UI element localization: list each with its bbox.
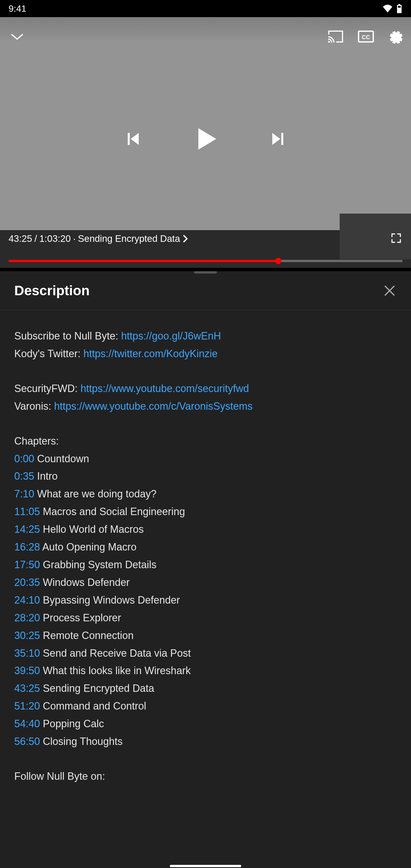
fullscreen-button[interactable] (390, 232, 403, 246)
current-chapter-label: Sending Encrypted Data (78, 233, 180, 244)
chapter-line: 35:10 Send and Receive Data via Post (14, 645, 397, 662)
subscribe-line: Subscribe to Null Byte: https://goo.gl/J… (14, 327, 397, 345)
description-content: Subscribe to Null Byte: https://goo.gl/J… (0, 310, 411, 802)
chapter-line: 17:50 Grabbing System Details (14, 556, 397, 574)
chapter-timestamp[interactable]: 7:10 (14, 488, 34, 500)
chapter-timestamp[interactable]: 28:20 (14, 612, 40, 624)
chapter-timestamp[interactable]: 51:20 (14, 700, 40, 712)
subscribe-label: Subscribe to Null Byte: (14, 330, 121, 342)
varonis-link[interactable]: https://www.youtube.com/c/VaronisSystems (54, 400, 253, 412)
chapter-line: 39:50 What this looks like in Wireshark (14, 662, 397, 680)
chapters-section: Chapters: 0:00 Countdown0:35 Intro7:10 W… (14, 432, 397, 750)
battery-icon (396, 4, 403, 13)
twitter-label: Kody's Twitter: (14, 348, 83, 360)
varonis-label: Varonis: (14, 400, 54, 412)
chapter-title: Hello World of Macros (40, 523, 144, 535)
video-player[interactable]: CC 43:25 / 1:03:20 · Sending Encrypted D… (0, 17, 411, 268)
playback-controls (123, 125, 288, 154)
progress-thumb[interactable] (275, 258, 281, 264)
video-time-display[interactable]: 43:25 / 1:03:20 · Sending Encrypted Data (8, 233, 188, 244)
chapter-title: Windows Defender (40, 577, 130, 588)
chapter-timestamp[interactable]: 39:50 (14, 665, 40, 676)
chapter-title: Send and Receive Data via Post (40, 647, 191, 659)
chapter-timestamp[interactable]: 20:35 (14, 577, 40, 588)
svg-text:CC: CC (362, 34, 370, 40)
chapter-line: 54:40 Popping Calc (14, 715, 397, 733)
video-bottom-bar: 43:25 / 1:03:20 · Sending Encrypted Data (0, 232, 411, 262)
chapter-timestamp[interactable]: 0:00 (14, 453, 34, 465)
total-duration: 1:03:20 (39, 233, 71, 244)
time-separator: / (35, 233, 37, 244)
chapter-timestamp[interactable]: 35:10 (14, 647, 40, 659)
previous-button[interactable] (123, 129, 143, 150)
chapter-line: 51:20 Command and Control (14, 697, 397, 715)
chapter-timestamp[interactable]: 56:50 (14, 736, 40, 747)
progress-bar[interactable] (8, 260, 403, 262)
chapter-line: 56:50 Closing Thoughts (14, 733, 397, 750)
chapter-line: 20:35 Windows Defender (14, 574, 397, 591)
chapter-timestamp[interactable]: 54:40 (14, 718, 40, 730)
time-row: 43:25 / 1:03:20 · Sending Encrypted Data (8, 232, 403, 246)
chapter-timestamp[interactable]: 16:28 (14, 541, 40, 553)
chapter-timestamp[interactable]: 11:05 (14, 506, 40, 517)
follow-label: Follow Null Byte on: (14, 768, 397, 785)
collapse-button[interactable] (8, 29, 26, 46)
chapter-line: 43:25 Sending Encrypted Data (14, 680, 397, 697)
chapter-title: What are we doing today? (34, 488, 156, 500)
play-button[interactable] (191, 125, 220, 154)
chapter-timestamp[interactable]: 17:50 (14, 559, 40, 570)
chapter-timestamp[interactable]: 24:10 (14, 594, 40, 606)
chapter-title: Intro (34, 470, 58, 482)
chapter-line: 11:05 Macros and Social Engineering (14, 503, 397, 521)
cast-button[interactable] (328, 30, 344, 44)
chapter-separator: · (73, 233, 76, 244)
panel-title: Description (14, 283, 90, 299)
chapter-timestamp[interactable]: 30:25 (14, 629, 40, 641)
twitter-line: Kody's Twitter: https://twitter.com/Kody… (14, 345, 397, 363)
status-bar: 9:41 (0, 0, 411, 17)
close-button[interactable] (382, 283, 397, 298)
chapter-line: 0:00 Countdown (14, 450, 397, 468)
follow-section: Follow Null Byte on: (14, 768, 397, 785)
next-button[interactable] (268, 129, 288, 150)
description-panel: Description Subscribe to Null Byte: http… (0, 271, 411, 868)
chapter-title: Command and Control (40, 700, 146, 712)
chapter-title: Grabbing System Details (40, 559, 156, 570)
security-link[interactable]: https://www.youtube.com/securityfwd (81, 382, 249, 394)
links-block-2: SecurityFWD: https://www.youtube.com/sec… (14, 380, 397, 415)
chapter-timestamp[interactable]: 43:25 (14, 682, 40, 694)
chapter-title: Auto Opening Macro (40, 541, 136, 553)
status-icons (382, 4, 403, 13)
settings-button[interactable] (388, 29, 403, 45)
chapters-list: 0:00 Countdown0:35 Intro7:10 What are we… (14, 450, 397, 750)
current-time: 43:25 (8, 233, 32, 244)
captions-button[interactable]: CC (358, 31, 374, 44)
chapter-title: Process Explorer (40, 612, 121, 624)
chapter-title: What this looks like in Wireshark (40, 665, 191, 676)
subscribe-link[interactable]: https://goo.gl/J6wEnH (121, 330, 221, 342)
chapter-line: 7:10 What are we doing today? (14, 485, 397, 503)
chapter-line: 24:10 Bypassing Windows Defender (14, 591, 397, 609)
drag-handle[interactable] (194, 271, 217, 274)
security-label: SecurityFWD: (14, 382, 81, 394)
links-block-1: Subscribe to Null Byte: https://goo.gl/J… (14, 327, 397, 363)
chapter-title: Macros and Social Engineering (40, 506, 185, 517)
chapter-title: Popping Calc (40, 718, 104, 730)
chapter-timestamp[interactable]: 0:35 (14, 470, 34, 482)
varonis-line: Varonis: https://www.youtube.com/c/Varon… (14, 398, 397, 415)
security-line: SecurityFWD: https://www.youtube.com/sec… (14, 380, 397, 398)
chapter-line: 30:25 Remote Connection (14, 627, 397, 645)
chevron-right-icon (182, 235, 188, 243)
chapter-timestamp[interactable]: 14:25 (14, 523, 40, 535)
svg-rect-0 (398, 8, 401, 12)
video-top-controls: CC (0, 29, 411, 46)
chapter-title: Remote Connection (40, 629, 133, 641)
wifi-icon (382, 5, 393, 12)
chapter-title: Closing Thoughts (40, 736, 123, 747)
chapter-title: Bypassing Windows Defender (40, 594, 180, 606)
twitter-link[interactable]: https://twitter.com/KodyKinzie (83, 348, 218, 360)
chapter-line: 16:28 Auto Opening Macro (14, 538, 397, 556)
chapter-line: 14:25 Hello World of Macros (14, 521, 397, 538)
chapter-title: Sending Encrypted Data (40, 682, 154, 694)
nav-handle[interactable] (170, 865, 241, 867)
